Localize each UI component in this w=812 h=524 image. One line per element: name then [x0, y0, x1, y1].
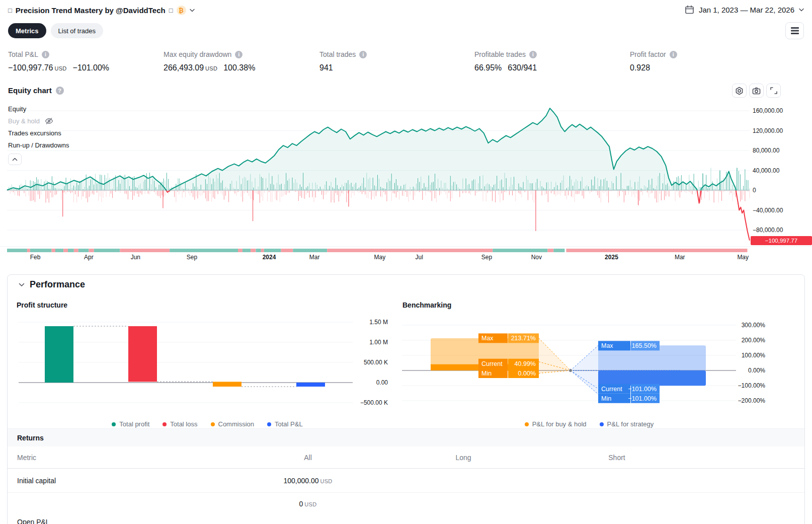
legend-equity[interactable]: Equity [7, 105, 27, 113]
row-metric-label: Open P&L [8, 493, 228, 524]
legend-trades-excursions[interactable]: Trades excursions [7, 129, 62, 137]
chevron-down-icon [19, 283, 25, 287]
svg-text:160,000.00: 160,000.00 [753, 107, 783, 114]
rows-icon [790, 27, 799, 35]
gear-icon [735, 87, 744, 95]
table-row-initial-capital[interactable]: Initial capital 100,000.00USD [8, 469, 804, 493]
chevron-down-icon [190, 9, 195, 12]
chart-settings-button[interactable] [732, 84, 747, 98]
tab-metrics[interactable]: Metrics [8, 23, 46, 38]
legend-commission[interactable]: Commission [211, 420, 255, 428]
profit-structure-legend: Total profit Total loss Commission Total… [14, 420, 401, 428]
legend-dot [267, 422, 271, 426]
legend-dot [112, 422, 116, 426]
svg-text:−80,000.00: −80,000.00 [753, 227, 783, 234]
info-icon[interactable]: i [529, 51, 537, 58]
table-row-open-pnl[interactable]: Open P&L 0USD [8, 493, 804, 524]
svg-text:Mar: Mar [675, 254, 685, 261]
report-tabs: Metrics List of trades [8, 23, 103, 38]
camera-icon [752, 87, 761, 95]
svg-text:Max: Max [601, 342, 613, 349]
date-range-label: Jan 1, 2023 — Mar 22, 2026 [699, 6, 794, 14]
legend-buy-and-hold[interactable]: Buy & hold [7, 117, 53, 125]
benchmarking-legend: P&L for buy & hold P&L for strategy [398, 420, 780, 428]
svg-text:May: May [374, 254, 386, 261]
svg-text:Max: Max [481, 335, 494, 342]
svg-text:Mar: Mar [309, 254, 320, 261]
benchmarking-chart[interactable]: 300.00%200.00%100.00%0.00%−100.00%−200.0… [398, 311, 785, 419]
date-range-picker[interactable]: Jan 1, 2023 — Mar 22, 2026 [685, 5, 804, 15]
collapse-legend-button[interactable] [8, 154, 22, 165]
col-long: Long [388, 454, 539, 462]
report-layout-button[interactable] [785, 22, 804, 39]
metric-label: Profit factor [630, 50, 666, 58]
metric-value: 941 [319, 63, 333, 72]
svg-text:Min: Min [601, 395, 611, 402]
col-all: All [228, 454, 388, 462]
metric-total-trades: Total tradesi 941 [319, 50, 367, 72]
svg-text:Sep: Sep [187, 254, 198, 261]
performance-section: Performance Profit structure Benchmarkin… [7, 274, 805, 524]
title-suffix-glyph: □ [169, 7, 173, 14]
legend-pnl-strategy[interactable]: P&L for strategy [600, 420, 654, 428]
legend-dot [211, 422, 215, 426]
svg-text:2025: 2025 [605, 254, 618, 261]
info-icon[interactable]: i [235, 51, 242, 58]
performance-title: Performance [30, 279, 85, 290]
metric-max-drawdown: Max equity drawdowni 266,493.09USD100.38… [164, 50, 255, 72]
expand-icon [770, 87, 778, 95]
legend-runup-drawdowns[interactable]: Run-up / Drawdowns [7, 141, 70, 149]
legend-total-loss[interactable]: Total loss [163, 420, 197, 428]
equity-chart-canvas[interactable]: 160,000.00120,000.0080,000.0040,000.000−… [0, 103, 812, 262]
chevron-down-icon [799, 8, 804, 12]
svg-text:−200.00%: −200.00% [738, 397, 766, 404]
svg-text:Sep: Sep [481, 254, 493, 261]
info-icon[interactable]: i [42, 51, 49, 58]
svg-text:−100,997.77: −100,997.77 [765, 238, 797, 244]
col-short: Short [539, 454, 695, 462]
svg-text:−101.00%: −101.00% [628, 386, 657, 393]
row-long-value [388, 493, 539, 500]
snapshot-button[interactable] [749, 84, 764, 98]
svg-text:80,000.00: 80,000.00 [753, 147, 780, 154]
equity-chart[interactable]: 160,000.00120,000.0080,000.0040,000.000−… [0, 103, 812, 262]
svg-text:0.00%: 0.00% [748, 367, 765, 374]
metric-label: Max equity drawdown [164, 50, 231, 58]
svg-text:0.00: 0.00 [376, 379, 388, 386]
info-icon[interactable]: i [670, 51, 677, 58]
legend-total-pnl[interactable]: Total P&L [267, 420, 303, 428]
metric-profitable-trades: Profitable tradesi 66.95%630/941 [474, 50, 537, 72]
svg-text:40.99%: 40.99% [515, 360, 536, 367]
info-icon[interactable]: i [359, 51, 367, 58]
svg-text:Jun: Jun [131, 254, 140, 261]
tab-list-of-trades[interactable]: List of trades [51, 23, 103, 38]
metric-percent: −101.00% [73, 63, 110, 72]
legend-total-profit[interactable]: Total profit [112, 420, 149, 428]
metric-label: Profitable trades [474, 50, 526, 58]
eye-off-icon[interactable] [45, 117, 53, 125]
svg-text:Min: Min [481, 370, 492, 377]
row-all-value: 0USD [228, 493, 388, 508]
profit-structure-chart[interactable]: 1.50 M1.00 M500.00 K0.00−500.00 K [14, 311, 401, 419]
metric-ratio: 630/941 [508, 63, 537, 72]
svg-text:1.00 M: 1.00 M [369, 339, 388, 346]
fullscreen-button[interactable] [766, 84, 781, 98]
svg-text:500.00 K: 500.00 K [364, 359, 388, 366]
svg-text:Current: Current [601, 386, 622, 393]
svg-text:0: 0 [753, 187, 756, 194]
strategy-title-row[interactable]: □ Precision Trend Mastery by @DaviddTech… [8, 6, 195, 15]
returns-section-title: Returns [8, 428, 804, 446]
performance-header[interactable]: Performance [19, 279, 85, 290]
metric-value: −100,997.76 [8, 63, 53, 72]
strategy-tester-panel: □ Precision Trend Mastery by @DaviddTech… [0, 0, 812, 524]
svg-text:213.71%: 213.71% [511, 335, 536, 342]
row-metric-label: Initial capital [8, 477, 228, 485]
legend-pnl-buy-hold[interactable]: P&L for buy & hold [525, 420, 587, 428]
chevron-up-icon [12, 158, 18, 161]
legend-dot [600, 422, 604, 426]
metric-unit: USD [205, 65, 217, 71]
svg-text:120,000.00: 120,000.00 [753, 127, 783, 134]
help-icon[interactable]: ? [56, 87, 64, 95]
legend-dot [163, 422, 167, 426]
svg-text:Apr: Apr [84, 254, 94, 261]
